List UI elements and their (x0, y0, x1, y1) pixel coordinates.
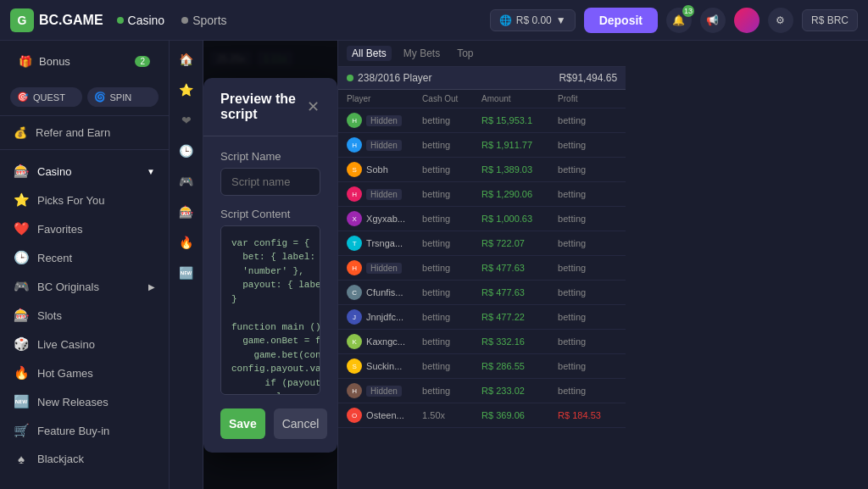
table-row: J Jnnjdfc... betting R$ 477.22 betting (338, 305, 626, 330)
sidebar-item-blackjack[interactable]: ♠ Blackjack (0, 445, 169, 473)
cashout-cell: betting (422, 361, 481, 371)
profit-cell: betting (558, 164, 617, 175)
player-avatar: T (347, 236, 362, 251)
right-tabs: All Bets My Bets Top (347, 46, 478, 61)
cashout-cell: betting (422, 189, 481, 199)
table-row: H Hidden betting R$ 477.63 betting (338, 256, 626, 281)
script-name-input[interactable] (220, 168, 320, 196)
quest-button[interactable]: 🎯 QUEST (10, 87, 82, 107)
icon-col-new[interactable]: 🆕 (175, 261, 198, 285)
player-name-text: Cfunfis... (366, 287, 403, 297)
player-name-text: Suckin... (366, 361, 402, 371)
player-name-cell: H Hidden (347, 260, 422, 275)
divider-1 (0, 115, 169, 116)
icon-col-home[interactable]: 🏠 (175, 47, 198, 71)
amount-cell: R$ 477.63 (481, 263, 558, 273)
recent-icon: 🕒 (14, 250, 29, 265)
spin-icon: 🌀 (94, 92, 106, 103)
save-button[interactable]: Save (220, 408, 265, 439)
sidebar-item-live-casino[interactable]: 🎲 Live Casino (0, 330, 169, 358)
table-row: T Trsnga... betting R$ 722.07 betting (338, 231, 626, 256)
refer-earn-item[interactable]: 💰 Refer and Earn (0, 119, 169, 146)
sidebar-item-slots[interactable]: 🎰 Slots (0, 301, 169, 330)
icon-col-game[interactable]: 🎮 (175, 169, 198, 193)
balance-value: R$ 0.00 (516, 14, 552, 26)
cashout-cell: betting (422, 164, 481, 175)
notification-button[interactable]: 🔔 13 (666, 8, 692, 33)
amount-cell: R$ 1,290.06 (481, 189, 558, 199)
settings-icon[interactable]: ⚙ (768, 8, 793, 33)
tab-top[interactable]: Top (452, 46, 478, 61)
script-code-area[interactable]: var config = { bet: { label: 'bet', valu… (220, 225, 320, 395)
logo[interactable]: G BC.GAME (10, 8, 103, 32)
icon-col-fire[interactable]: 🔥 (175, 231, 198, 254)
table-row: S Sobh betting R$ 1,389.03 betting (338, 158, 626, 182)
player-name-cell: S Suckin... (347, 358, 422, 374)
spin-label: SPIN (110, 92, 132, 103)
sidebar-item-casino[interactable]: 🎰 Casino ▼ (0, 157, 169, 186)
sidebar-item-recent[interactable]: 🕒 Recent (0, 243, 169, 272)
icon-col-clock[interactable]: 🕒 (175, 139, 198, 163)
sidebar-item-picks[interactable]: ⭐ Picks For You (0, 186, 169, 214)
favorites-icon: ❤️ (14, 221, 29, 236)
table-row: H Hidden betting R$ 1,290.06 betting (338, 182, 626, 207)
profit-cell: betting (558, 238, 617, 248)
icon-col-heart[interactable]: ❤ (175, 108, 198, 132)
sidebar-item-originals[interactable]: 🎮 BC Originals ▶ (0, 272, 169, 301)
feature-buyin-icon: 🛒 (14, 423, 29, 438)
live-casino-label: Live Casino (37, 338, 95, 351)
player-name-cell: J Jnnjdfc... (347, 309, 422, 325)
amount-cell: R$ 477.22 (481, 312, 558, 322)
player-avatar: S (347, 162, 362, 177)
bell-button[interactable]: 📢 (700, 8, 726, 33)
hot-games-label: Hot Games (37, 367, 93, 380)
sidebar-item-favorites[interactable]: ❤️ Favorites (0, 214, 169, 243)
player-name-cell: O Osteen... (347, 408, 422, 423)
sports-dot (181, 17, 188, 24)
balance-icon: 🌐 (499, 14, 512, 26)
avatar[interactable] (734, 8, 760, 33)
highlighted-player-amount: R$91,494.65 (559, 72, 617, 84)
originals-icon: 🎮 (14, 279, 29, 294)
brc-balance[interactable]: R$ BRC (802, 9, 858, 31)
casino-icon: 🎰 (14, 164, 29, 179)
sidebar-item-hot-games[interactable]: 🔥 Hot Games (0, 358, 169, 387)
player-avatar: H (347, 186, 362, 202)
nav-casino[interactable]: Casino (117, 14, 165, 27)
modal-close-button[interactable]: ✕ (306, 97, 321, 117)
casino-chevron-icon: ▼ (147, 167, 155, 176)
col-player: Player (347, 94, 422, 103)
player-name-text: Trsnga... (366, 238, 403, 248)
quest-icon: 🎯 (17, 92, 29, 103)
table-row: K Kaxngc... betting R$ 332.16 betting (338, 330, 626, 354)
script-name-label: Script Name (220, 150, 320, 163)
right-panel: All Bets My Bets Top 238/2016 Player R$9… (337, 41, 626, 489)
icon-col-star[interactable]: ⭐ (175, 78, 198, 102)
preview-script-modal: Preview the script ✕ Script Name Script … (203, 78, 337, 453)
player-name-cell: H Hidden (347, 383, 422, 398)
bonus-button[interactable]: 🎁 Bonus 2 (10, 49, 159, 74)
feature-buyin-label: Feature Buy-in (37, 425, 109, 437)
player-avatar: C (347, 285, 362, 300)
cancel-button[interactable]: Cancel (274, 408, 328, 439)
table-row: H Hidden betting R$ 233.02 betting (338, 379, 626, 403)
spin-button[interactable]: 🌀 SPIN (87, 87, 159, 107)
nav-sports[interactable]: Sports (181, 14, 226, 27)
cashout-cell: betting (422, 140, 481, 150)
blackjack-icon: ♠ (14, 452, 29, 466)
cashout-cell: betting (422, 238, 481, 248)
deposit-button[interactable]: Deposit (584, 8, 658, 33)
balance-button[interactable]: 🌐 R$ 0.00 ▼ (490, 9, 576, 31)
sidebar-item-feature-buyin[interactable]: 🛒 Feature Buy-in (0, 416, 169, 445)
modal-body: Script Name Script Content var config = … (203, 136, 337, 408)
hidden-badge: Hidden (366, 140, 402, 151)
highlighted-player-name: 238/2016 Player (358, 72, 431, 84)
tab-my-bets[interactable]: My Bets (398, 46, 445, 61)
player-avatar: O (347, 408, 362, 423)
sidebar-item-new-releases[interactable]: 🆕 New Releases (0, 387, 169, 416)
nav-items: Casino Sports (117, 14, 476, 27)
tab-all-bets[interactable]: All Bets (347, 46, 392, 61)
amount-cell: R$ 722.07 (481, 238, 558, 248)
icon-col-slot[interactable]: 🎰 (175, 200, 198, 224)
slots-label: Slots (37, 309, 62, 322)
